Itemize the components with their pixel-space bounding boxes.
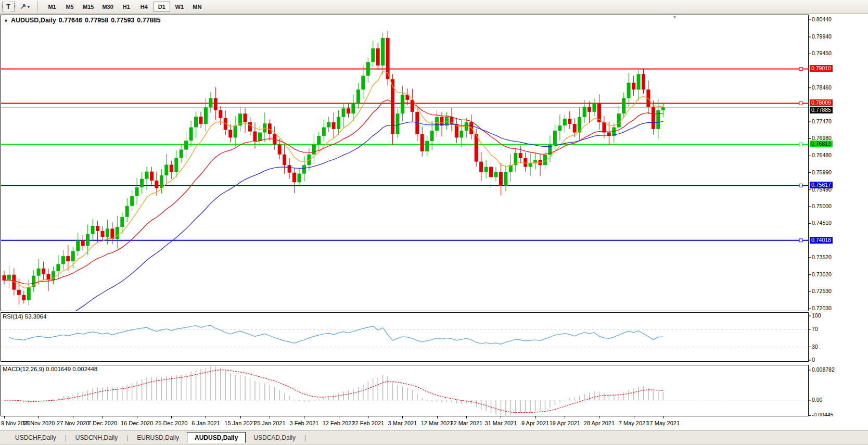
tab-separator: | bbox=[64, 434, 68, 441]
main-toolbar: T ▾ M1M5M15M30H1H4D1W1MN bbox=[0, 0, 868, 14]
candle-body bbox=[459, 131, 463, 137]
candle-body bbox=[504, 172, 507, 185]
macd-indicator-panel[interactable]: MACD(12,26,9) 0.001649 0.002448 0.008782… bbox=[0, 365, 868, 416]
chart-title: ▼AUDUSD,Daily0.776460.779580.775930.7788… bbox=[4, 17, 163, 24]
price-axis-label: 0.73020 bbox=[812, 271, 832, 277]
timeframe-button-m5[interactable]: M5 bbox=[61, 2, 78, 12]
candle-body bbox=[361, 76, 365, 90]
candle-body bbox=[204, 107, 208, 124]
date-tick-label: 9 Apr 2021 bbox=[521, 420, 549, 426]
timeframe-button-m15[interactable]: M15 bbox=[79, 2, 97, 12]
timeframe-button-h1[interactable]: H1 bbox=[118, 2, 135, 12]
candle-body bbox=[288, 165, 291, 173]
price-line-label[interactable]: 0.79010 bbox=[810, 65, 833, 72]
candle-body bbox=[91, 226, 95, 234]
candle-body bbox=[86, 234, 90, 246]
date-tick bbox=[599, 416, 599, 418]
candle-body bbox=[381, 38, 385, 66]
candle-body bbox=[268, 123, 272, 134]
candle-body bbox=[425, 141, 429, 151]
timeframe-button-w1[interactable]: W1 bbox=[171, 2, 188, 12]
candle-body bbox=[366, 62, 370, 75]
chart-tab-eurusd[interactable]: EURUSD,Daily bbox=[129, 432, 187, 443]
toolbar-grip[interactable] bbox=[37, 2, 40, 12]
candle-body bbox=[248, 122, 252, 132]
candle-body bbox=[494, 172, 498, 177]
collapse-marker-icon[interactable]: ▼ bbox=[4, 18, 8, 23]
chart-border bbox=[1, 15, 809, 311]
text-label-tool-button[interactable]: T bbox=[2, 2, 15, 12]
macd-chart bbox=[0, 365, 868, 416]
candle-body bbox=[420, 134, 424, 151]
candle-body bbox=[484, 167, 488, 172]
candle-body bbox=[479, 162, 483, 172]
price-axis-label: 0.79450 bbox=[812, 50, 832, 56]
chart-tab-usdcad[interactable]: USDCAD,Daily bbox=[246, 432, 303, 443]
candle-body bbox=[430, 131, 434, 141]
high-value: 0.77958 bbox=[85, 17, 108, 24]
line-handle bbox=[799, 239, 802, 242]
rsi-line bbox=[9, 325, 663, 344]
rsi-axis-label: 70 bbox=[812, 326, 818, 332]
candle-body bbox=[499, 172, 503, 185]
price-line-label[interactable]: 0.74018 bbox=[810, 237, 833, 244]
rsi-indicator-panel[interactable]: RSI(14) 53.3064 10070300 bbox=[0, 312, 868, 362]
timeframe-button-h4[interactable]: H4 bbox=[136, 2, 152, 12]
candle-body bbox=[140, 179, 144, 188]
candle-body bbox=[37, 269, 41, 276]
candle-body bbox=[120, 217, 124, 227]
date-tick-label: 3 Feb 2021 bbox=[290, 420, 319, 426]
candle-body bbox=[593, 103, 596, 112]
price-line-label[interactable]: 0.78009 bbox=[810, 99, 833, 106]
candle-body bbox=[642, 74, 645, 90]
candle-body bbox=[588, 107, 591, 112]
candle-body bbox=[71, 251, 75, 261]
arrows-tool-button[interactable]: ▾ bbox=[17, 2, 32, 12]
timeframe-button-m30[interactable]: M30 bbox=[98, 2, 117, 12]
price-axis-label: 0.75000 bbox=[812, 203, 832, 209]
price-axis-label: 0.80440 bbox=[812, 16, 832, 22]
candle-body bbox=[573, 124, 577, 133]
date-tick-label: 28 Apr 2021 bbox=[584, 420, 615, 426]
candle-body bbox=[283, 155, 286, 166]
candle-body bbox=[194, 117, 198, 128]
candle-body bbox=[317, 136, 321, 145]
date-tick bbox=[634, 416, 634, 418]
date-tick bbox=[73, 416, 73, 418]
timeframe-button-mn[interactable]: MN bbox=[189, 2, 206, 12]
timeframe-button-m1[interactable]: M1 bbox=[44, 2, 60, 12]
date-tick-label: 7 May 2021 bbox=[619, 420, 648, 426]
date-tick-label: 17 May 2021 bbox=[646, 420, 680, 426]
candle-body bbox=[519, 153, 522, 158]
candle-body bbox=[489, 167, 493, 177]
chart-shift-marker[interactable]: ▼ bbox=[672, 15, 677, 20]
candle-body bbox=[3, 275, 6, 281]
date-tick bbox=[402, 416, 403, 418]
candle-body bbox=[356, 90, 360, 103]
timeframe-button-d1[interactable]: D1 bbox=[154, 2, 170, 12]
chart-tab-audusd[interactable]: AUDUSD,Daily bbox=[187, 432, 246, 443]
date-tick bbox=[501, 416, 501, 418]
price-line-label[interactable]: 0.75617 bbox=[810, 182, 833, 188]
candle-body bbox=[125, 206, 129, 217]
symbol-period-label: AUDUSD,Daily bbox=[11, 17, 56, 24]
candle-body bbox=[401, 95, 404, 113]
candle-body bbox=[583, 107, 586, 117]
date-tick bbox=[304, 416, 304, 418]
date-tick bbox=[535, 416, 536, 418]
price-axis-label: 0.78460 bbox=[812, 84, 832, 91]
candle-body bbox=[56, 264, 60, 271]
date-tick-label: 3 Mar 2021 bbox=[388, 420, 417, 426]
candle-body bbox=[81, 240, 85, 246]
candle-body bbox=[337, 117, 340, 129]
price-axis-label: 0.79940 bbox=[812, 33, 832, 40]
price-line-label[interactable]: 0.76813 bbox=[810, 141, 833, 147]
candle-body bbox=[160, 175, 163, 188]
date-tick-label: 27 Nov 2020 bbox=[57, 420, 89, 426]
date-axis[interactable]: 9 Nov 202018 Nov 202027 Nov 20207 Dec 20… bbox=[0, 416, 868, 430]
line-handle bbox=[799, 67, 802, 70]
chart-tab-usdchf[interactable]: USDCHF,Daily bbox=[7, 432, 64, 443]
chart-tab-usdcnh[interactable]: USDCNH,Daily bbox=[68, 432, 125, 443]
date-tick-label: 12 Mar 2021 bbox=[421, 420, 453, 426]
price-chart-panel[interactable]: ▼AUDUSD,Daily0.776460.779580.775930.7788… bbox=[0, 15, 868, 311]
